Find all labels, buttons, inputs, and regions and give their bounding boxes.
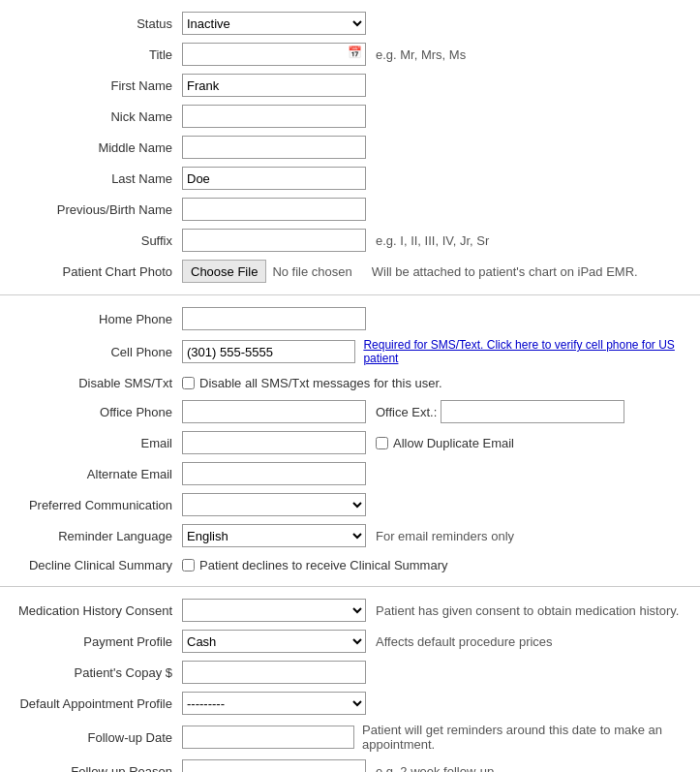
suffix-hint: e.g. I, II, III, IV, Jr, Sr (376, 233, 489, 248)
homephone-label: Home Phone (8, 312, 182, 326)
verify-cellphone-link[interactable]: Required for SMS/Text. Click here to ver… (363, 338, 692, 365)
email-row: Email Allow Duplicate Email (0, 427, 700, 458)
title-input[interactable] (182, 43, 366, 66)
allow-duplicate-group: Allow Duplicate Email (376, 436, 514, 450)
disablesms-row: Disable SMS/Txt Disable all SMS/Txt mess… (0, 369, 700, 396)
birthname-row: Previous/Birth Name (0, 194, 700, 225)
copay-label: Patient's Copay $ (8, 665, 182, 680)
officephone-row: Office Phone Office Ext.: (0, 396, 700, 427)
officeext-input[interactable] (441, 400, 624, 423)
followup-reason-label: Follow-up Reason (8, 764, 182, 773)
firstname-row: First Name (0, 70, 700, 101)
med-consent-label: Medication History Consent (8, 603, 182, 618)
officephone-label: Office Phone (8, 405, 182, 419)
choose-file-button[interactable]: Choose File (182, 260, 266, 283)
payment-profile-hint: Affects default procedure prices (376, 634, 553, 649)
birthname-label: Previous/Birth Name (8, 202, 182, 217)
allow-duplicate-checkbox[interactable] (376, 437, 388, 449)
officeext-label: Office Ext.: (376, 405, 437, 419)
email-input[interactable] (182, 431, 366, 454)
middlename-input[interactable] (182, 136, 366, 159)
no-file-text: No file chosen (272, 264, 351, 279)
payment-profile-label: Payment Profile (8, 634, 182, 649)
decline-summary-row: Decline Clinical Summary Patient decline… (0, 551, 700, 578)
decline-summary-text: Patient declines to receive Clinical Sum… (199, 558, 448, 572)
allow-duplicate-text: Allow Duplicate Email (393, 436, 514, 450)
copay-row: Patient's Copay $ (0, 657, 700, 688)
officephone-input[interactable] (182, 400, 366, 423)
reminder-lang-select[interactable]: English Spanish French (182, 524, 366, 547)
status-select[interactable]: Inactive Active (182, 12, 366, 35)
cellphone-label: Cell Phone (8, 345, 182, 359)
default-appt-label: Default Appointment Profile (8, 696, 182, 711)
photo-hint: Will be attached to patient's chart on i… (372, 264, 638, 279)
prefcomm-select[interactable]: Phone Email (182, 493, 366, 516)
altemail-row: Alternate Email (0, 458, 700, 489)
med-consent-row: Medication History Consent Yes No Patien… (0, 595, 700, 626)
title-label: Title (8, 47, 182, 62)
default-appt-select[interactable]: --------- (182, 692, 366, 715)
cellphone-input[interactable] (182, 340, 355, 363)
disablesms-group: Disable all SMS/Txt messages for this us… (182, 376, 442, 390)
disablesms-text: Disable all SMS/Txt messages for this us… (199, 376, 442, 390)
med-consent-hint: Patient has given consent to obtain medi… (376, 603, 679, 618)
middlename-label: Middle Name (8, 140, 182, 155)
title-hint: e.g. Mr, Mrs, Ms (376, 47, 466, 62)
default-appt-row: Default Appointment Profile --------- (0, 688, 700, 719)
nickname-row: Nick Name (0, 101, 700, 132)
followup-reason-input[interactable] (182, 759, 366, 772)
followup-date-hint: Patient will get reminders around this d… (362, 723, 692, 752)
lastname-label: Last Name (8, 171, 182, 186)
status-label: Status (8, 16, 182, 31)
email-label: Email (8, 436, 182, 450)
prefcomm-label: Preferred Communication (8, 498, 182, 512)
homephone-input[interactable] (182, 307, 366, 330)
reminder-lang-group: English Spanish French For email reminde… (182, 524, 514, 547)
status-row: Status Inactive Active (0, 8, 700, 39)
reminder-lang-hint: For email reminders only (376, 529, 514, 543)
birthname-input[interactable] (182, 198, 366, 221)
followup-reason-row: Follow-up Reason e.g. 2 week follow-up (0, 756, 700, 772)
file-upload-group: Choose File No file chosen (182, 260, 352, 283)
officeext-group: Office Ext.: (376, 400, 624, 423)
firstname-label: First Name (8, 78, 182, 93)
suffix-row: Suffix e.g. I, II, III, IV, Jr, Sr (0, 225, 700, 256)
payment-profile-select[interactable]: Cash Insurance (182, 630, 366, 653)
med-consent-select[interactable]: Yes No (182, 599, 366, 622)
nickname-label: Nick Name (8, 109, 182, 124)
followup-reason-hint: e.g. 2 week follow-up (376, 764, 494, 773)
calendar-icon: 📅 (348, 46, 362, 59)
lastname-row: Last Name (0, 163, 700, 194)
suffix-label: Suffix (8, 233, 182, 248)
reminder-lang-row: Reminder Language English Spanish French… (0, 520, 700, 551)
photo-row: Patient Chart Photo Choose File No file … (0, 256, 700, 287)
firstname-input[interactable] (182, 74, 366, 97)
reminder-lang-label: Reminder Language (8, 529, 182, 543)
photo-label: Patient Chart Photo (8, 264, 182, 279)
homephone-row: Home Phone (0, 303, 700, 334)
altemail-input[interactable] (182, 462, 366, 485)
decline-summary-label: Decline Clinical Summary (8, 558, 182, 572)
followup-date-input[interactable] (182, 726, 354, 749)
middlename-row: Middle Name (0, 132, 700, 163)
disablesms-checkbox[interactable] (182, 377, 195, 389)
lastname-input[interactable] (182, 167, 366, 190)
decline-summary-checkbox[interactable] (182, 559, 195, 571)
copay-input[interactable] (182, 661, 366, 684)
cellphone-row: Cell Phone Required for SMS/Text. Click … (0, 334, 700, 369)
disablesms-label: Disable SMS/Txt (8, 376, 182, 390)
nickname-input[interactable] (182, 105, 366, 128)
payment-profile-row: Payment Profile Cash Insurance Affects d… (0, 626, 700, 657)
decline-summary-group: Patient declines to receive Clinical Sum… (182, 558, 448, 572)
followup-date-row: Follow-up Date Patient will get reminder… (0, 719, 700, 756)
title-row: Title 📅 e.g. Mr, Mrs, Ms (0, 39, 700, 70)
prefcomm-row: Preferred Communication Phone Email (0, 489, 700, 520)
altemail-label: Alternate Email (8, 467, 182, 481)
suffix-input[interactable] (182, 229, 366, 252)
followup-date-label: Follow-up Date (8, 730, 182, 745)
